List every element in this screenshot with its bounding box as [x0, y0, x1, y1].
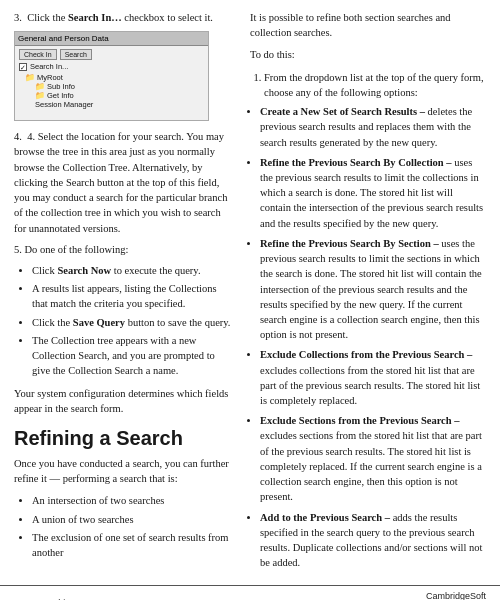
ss-tree-label-2: Sub Info [47, 82, 75, 91]
right-option-5: Exclude Sections from the Previous Searc… [260, 413, 486, 504]
right-opt4-bold: Exclude Collections from the Previous Se… [260, 349, 472, 360]
bullet-results: A results list appears, listing the Coll… [32, 281, 234, 311]
right-opt3-bold: Refine the Previous Search By Section – [260, 238, 439, 249]
right-option-1: Create a New Set of Search Results – del… [260, 104, 486, 150]
search-now-bold: Search Now [57, 265, 111, 276]
right-opt3-text: uses the previous search results to limi… [260, 238, 482, 340]
footer-company: CambridgeSoft [414, 590, 486, 600]
step4-body: 4. Select the location for your search. … [14, 131, 227, 233]
ss-tree-item-1: 📁 MyRoot [25, 73, 204, 82]
ss-search-in-checkbox[interactable] [19, 63, 27, 71]
step3-bold: Search In… [68, 12, 122, 23]
ss-tree: 📁 MyRoot 📁 Sub Info 📁 Get Info [25, 73, 204, 109]
ss-search-in-row: Search In... [19, 62, 204, 71]
right-todo: To do this: [250, 47, 486, 62]
right-opt2-bold: Refine the Previous Search By Collection… [260, 157, 452, 168]
step5-text: 5. Do one of the following: [14, 242, 234, 257]
page: 3. Click the Search In… checkbox to sele… [0, 0, 500, 600]
right-opt6-bold: Add to the Previous Search – [260, 512, 390, 523]
refining-bullet-2: A union of two searches [32, 512, 234, 527]
right-option-2: Refine the Previous Search By Collection… [260, 155, 486, 231]
right-opt5-bold: Exclude Sections from the Previous Searc… [260, 415, 460, 426]
bullet-collection: The Collection tree appears with a new C… [32, 333, 234, 379]
ss-tree-label-3: Get Info [47, 91, 74, 100]
left-column: 3. Click the Search In… checkbox to sele… [14, 10, 234, 577]
footer-note: Your system configuration determines whi… [14, 386, 234, 416]
right-option-3: Refine the Previous Search By Section – … [260, 236, 486, 343]
ss-tree-label-1: MyRoot [37, 73, 63, 82]
right-column: It is possible to refine both section se… [250, 10, 486, 577]
right-opt1-bold: Create a New Set of Search Results – [260, 106, 425, 117]
ss-tree-item-4: Session Manager [35, 100, 204, 109]
refining-bullets: An intersection of two searches A union … [32, 493, 234, 560]
save-query-bold: Save Query [73, 317, 125, 328]
bullet-save-query: Click the Save Query button to save the … [32, 315, 234, 330]
right-options-list: Create a New Set of Search Results – del… [260, 104, 486, 570]
right-intro: It is possible to refine both section se… [250, 10, 486, 40]
right-opt4-text: excludes collections from the stored hit… [260, 365, 480, 406]
bullet1-end: to execute the query. [111, 265, 200, 276]
ss-search-btn[interactable]: Search [60, 49, 92, 60]
ss-tree-label-4: Session Manager [35, 100, 93, 109]
footer-right: CambridgeSoft Refining a Search [414, 590, 486, 600]
right-option-6: Add to the Previous Search – adds the re… [260, 510, 486, 571]
bullet3-end: button to save the query. [125, 317, 230, 328]
step3-text: 3. Click the Search In… checkbox to sele… [14, 10, 234, 25]
ss-tree-item-2: 📁 Sub Info [35, 82, 204, 91]
refining-bullet-1: An intersection of two searches [32, 493, 234, 508]
folder-icon-1: 📁 [25, 73, 35, 82]
right-list: From the dropdown list at the top of the… [264, 70, 486, 100]
screenshot-box: General and Person Data Check In Search … [14, 31, 209, 121]
folder-icon-3: 📁 [35, 91, 45, 100]
refining-intro: Once you have conducted a search, you ca… [14, 456, 234, 486]
right-opt5-text: excludes sections from the stored hit li… [260, 430, 482, 502]
ss-title: General and Person Data [18, 34, 109, 43]
content-area: 3. Click the Search In… checkbox to sele… [0, 0, 500, 577]
bullet-search-now: Click Search Now to execute the query. [32, 263, 234, 278]
right-item-dropdown: From the dropdown list at the top of the… [264, 70, 486, 100]
refining-bullet-3: The exclusion of one set of search resul… [32, 530, 234, 560]
right-option-4: Exclude Collections from the Previous Se… [260, 347, 486, 408]
refining-heading: Refining a Search [14, 426, 234, 450]
screenshot-inner: General and Person Data Check In Search … [15, 32, 208, 120]
ss-toolbar: Check In Search [19, 49, 204, 60]
step5-bullets: Click Search Now to execute the query. A… [32, 263, 234, 379]
ss-tree-item-3: 📁 Get Info [35, 91, 204, 100]
folder-icon-2: 📁 [35, 82, 45, 91]
ss-titlebar: General and Person Data [15, 32, 208, 46]
footer: 476• Searching CambridgeSoft Refining a … [0, 585, 500, 600]
ss-body: Check In Search Search In... 📁 MyRoot [15, 46, 208, 112]
ss-checkin-btn[interactable]: Check In [19, 49, 57, 60]
step4-text: 4. 4. Select the location for your searc… [14, 129, 234, 236]
ss-search-in-label: Search In... [30, 62, 68, 71]
